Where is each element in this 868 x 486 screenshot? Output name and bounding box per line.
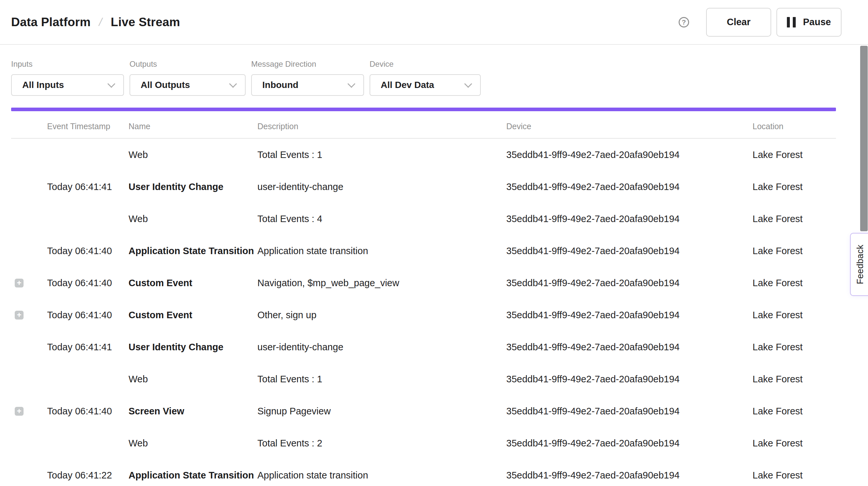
cell-timestamp: Today 06:41:41 (47, 342, 128, 353)
table-row[interactable]: + Web Total Events : 1 35eddb41-9ff9-49e… (11, 363, 836, 395)
pause-icon (787, 17, 796, 28)
expand-icon[interactable]: + (15, 279, 24, 287)
outputs-select[interactable]: All Outputs (129, 74, 246, 96)
inputs-select-value: All Inputs (22, 80, 64, 90)
cell-name: Application State Transition (128, 246, 257, 256)
cell-location: Lake Forest (752, 246, 836, 256)
column-header-location: Location (752, 122, 836, 131)
cell-description: user-identity-change (257, 182, 506, 192)
chevron-down-icon (229, 80, 237, 88)
cell-location: Lake Forest (752, 310, 836, 321)
column-header-description: Description (257, 122, 506, 131)
outputs-filter-label: Outputs (129, 59, 246, 69)
table-header-row: Event Timestamp Name Description Device … (11, 111, 836, 139)
cell-description: Application state transition (257, 470, 506, 481)
cell-name: Screen View (128, 406, 257, 417)
cell-device: 35eddb41-9ff9-49e2-7aed-20afa90eb194 (506, 246, 752, 256)
cell-location: Lake Forest (752, 342, 836, 353)
cell-device: 35eddb41-9ff9-49e2-7aed-20afa90eb194 (506, 342, 752, 353)
cell-location: Lake Forest (752, 278, 836, 288)
cell-name: User Identity Change (128, 342, 257, 353)
column-header-name: Name (128, 122, 257, 131)
cell-device: 35eddb41-9ff9-49e2-7aed-20afa90eb194 (506, 214, 752, 224)
device-select-value: All Dev Data (381, 80, 434, 90)
cell-location: Lake Forest (752, 438, 836, 449)
cell-description: Total Events : 1 (257, 149, 506, 160)
table-row[interactable]: + Today 06:41:41 User Identity Change us… (11, 171, 836, 203)
cell-device: 35eddb41-9ff9-49e2-7aed-20afa90eb194 (506, 182, 752, 192)
inputs-select[interactable]: All Inputs (11, 74, 124, 96)
cell-timestamp: Today 06:41:41 (47, 182, 128, 192)
top-header: Data Platform / Live Stream ? Clear Paus… (0, 0, 868, 45)
direction-filter-label: Message Direction (251, 59, 364, 69)
chevron-down-icon (347, 80, 355, 88)
help-icon[interactable]: ? (679, 17, 689, 28)
filter-group-inputs: Inputs All Inputs (11, 59, 124, 96)
column-header-device: Device (506, 122, 752, 131)
cell-name: Web (128, 374, 257, 385)
table-row[interactable]: + Web Total Events : 2 35eddb41-9ff9-49e… (11, 427, 836, 459)
table-row[interactable]: + Today 06:41:22 Application State Trans… (11, 459, 836, 485)
breadcrumb-section[interactable]: Data Platform (11, 16, 91, 29)
table-row[interactable]: + Today 06:41:40 Custom Event Other, sig… (11, 299, 836, 331)
pause-button[interactable]: Pause (776, 8, 841, 37)
device-select[interactable]: All Dev Data (370, 74, 481, 96)
cell-description: Total Events : 2 (257, 438, 506, 449)
cell-description: Signup Pageview (257, 406, 506, 417)
breadcrumb: Data Platform / Live Stream (11, 16, 180, 29)
cell-device: 35eddb41-9ff9-49e2-7aed-20afa90eb194 (506, 310, 752, 321)
cell-name: Web (128, 438, 257, 449)
cell-device: 35eddb41-9ff9-49e2-7aed-20afa90eb194 (506, 406, 752, 417)
cell-location: Lake Forest (752, 214, 836, 224)
filter-bar: Inputs All Inputs Outputs All Outputs Me… (0, 45, 868, 96)
filter-group-direction: Message Direction Inbound (251, 59, 364, 96)
cell-name: User Identity Change (128, 182, 257, 192)
event-table: Event Timestamp Name Description Device … (11, 111, 836, 485)
table-row[interactable]: + Today 06:41:40 Application State Trans… (11, 235, 836, 267)
table-row[interactable]: + Web Total Events : 4 35eddb41-9ff9-49e… (11, 203, 836, 235)
cell-timestamp: Today 06:41:40 (47, 310, 128, 321)
cell-description: Navigation, $mp_web_page_view (257, 278, 506, 288)
cell-location: Lake Forest (752, 374, 836, 385)
message-direction-select[interactable]: Inbound (251, 74, 364, 96)
outputs-select-value: All Outputs (141, 80, 190, 90)
filter-group-device: Device All Dev Data (370, 59, 481, 96)
cell-name: Application State Transition (128, 470, 257, 481)
cell-name: Custom Event (128, 310, 257, 321)
cell-device: 35eddb41-9ff9-49e2-7aed-20afa90eb194 (506, 438, 752, 449)
breadcrumb-separator: / (98, 16, 104, 28)
cell-device: 35eddb41-9ff9-49e2-7aed-20afa90eb194 (506, 470, 752, 481)
filter-group-outputs: Outputs All Outputs (129, 59, 246, 96)
table-row[interactable]: + Web Total Events : 1 35eddb41-9ff9-49e… (11, 139, 836, 171)
expand-icon[interactable]: + (15, 407, 24, 416)
feedback-tab[interactable]: Feedback (850, 233, 868, 296)
cell-description: Total Events : 4 (257, 214, 506, 224)
clear-button-label: Clear (727, 17, 751, 28)
event-table-body: + Web Total Events : 1 35eddb41-9ff9-49e… (11, 139, 836, 485)
table-row[interactable]: + Today 06:41:40 Custom Event Navigation… (11, 267, 836, 299)
cell-location: Lake Forest (752, 149, 836, 160)
cell-device: 35eddb41-9ff9-49e2-7aed-20afa90eb194 (506, 374, 752, 385)
stream-progress-bar (11, 108, 836, 111)
inputs-filter-label: Inputs (11, 59, 124, 69)
cell-timestamp: Today 06:41:40 (47, 246, 128, 256)
pause-button-label: Pause (803, 17, 831, 28)
table-row[interactable]: + Today 06:41:40 Screen View Signup Page… (11, 395, 836, 427)
table-row[interactable]: + Today 06:41:41 User Identity Change us… (11, 331, 836, 363)
cell-description: user-identity-change (257, 342, 506, 353)
chevron-down-icon (107, 80, 115, 88)
cell-description: Total Events : 1 (257, 374, 506, 385)
page-title: Live Stream (111, 16, 180, 29)
expand-icon[interactable]: + (15, 311, 24, 320)
cell-device: 35eddb41-9ff9-49e2-7aed-20afa90eb194 (506, 149, 752, 160)
direction-select-value: Inbound (262, 80, 298, 90)
cell-location: Lake Forest (752, 470, 836, 481)
clear-button[interactable]: Clear (706, 8, 771, 37)
device-filter-label: Device (370, 59, 481, 69)
scrollbar-thumb[interactable] (860, 46, 868, 231)
header-actions: ? Clear Pause (679, 8, 841, 37)
cell-location: Lake Forest (752, 182, 836, 192)
cell-location: Lake Forest (752, 406, 836, 417)
column-header-timestamp: Event Timestamp (47, 122, 128, 131)
cell-name: Web (128, 214, 257, 224)
